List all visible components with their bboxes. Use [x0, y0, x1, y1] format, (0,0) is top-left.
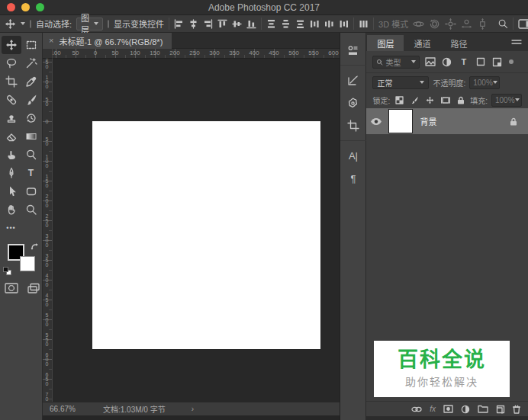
new-group-icon[interactable] [478, 405, 488, 413]
show-transform-checkbox[interactable] [108, 20, 109, 28]
align-left-edges-icon[interactable] [174, 17, 184, 30]
close-window-button[interactable] [7, 3, 15, 11]
shape-tool[interactable] [21, 182, 41, 200]
type-tool[interactable]: T [21, 164, 41, 182]
3d-slide-icon[interactable] [461, 17, 472, 30]
filter-toggle-icon[interactable] [509, 59, 514, 64]
layer-filter-dropdown[interactable]: 类型 [372, 56, 420, 69]
properties-panel-icon[interactable] [340, 69, 366, 91]
styles-panel-icon[interactable] [340, 91, 366, 114]
hand-tool[interactable] [2, 200, 21, 219]
minimize-window-button[interactable] [21, 3, 30, 11]
character-panel-icon[interactable]: A| [340, 144, 366, 167]
magic-wand-tool[interactable] [21, 54, 41, 72]
gradient-tool[interactable] [21, 127, 41, 146]
lock-all-icon[interactable] [455, 95, 466, 106]
paragraph-panel-icon[interactable]: ¶ [340, 167, 366, 190]
panel-menu-icon[interactable] [511, 39, 522, 46]
crop-panel-icon[interactable] [340, 114, 366, 137]
swap-colors-icon[interactable] [30, 242, 39, 251]
smudge-tool[interactable] [2, 146, 21, 164]
distribute-bottom-edges-icon[interactable] [295, 17, 305, 30]
ruler-label: 400 [44, 273, 50, 287]
layer-row-background[interactable]: 背景 [366, 108, 528, 134]
tab-layers[interactable]: 图层 [367, 35, 404, 51]
lock-position-icon[interactable] [424, 95, 436, 106]
filter-adjustment-layers-icon[interactable] [440, 56, 453, 69]
path-selection-tool[interactable] [2, 182, 21, 200]
screen-mode-button[interactable] [27, 283, 40, 293]
document-tab[interactable]: × 未标题-1 @ 66.7%(RGB/8*) [43, 33, 172, 49]
move-tool[interactable] [2, 36, 21, 54]
distribute-top-edges-icon[interactable] [266, 17, 276, 30]
tab-paths[interactable]: 路径 [440, 35, 477, 51]
auto-select-checkbox[interactable] [30, 20, 31, 28]
blend-mode-dropdown[interactable]: 正常 [372, 76, 429, 89]
eyedropper-tool[interactable] [21, 72, 41, 91]
dodge-tool[interactable] [21, 146, 41, 164]
layer-visibility-toggle[interactable] [366, 118, 386, 125]
new-adjustment-layer-icon[interactable] [461, 405, 470, 414]
eraser-tool[interactable] [2, 127, 21, 146]
smudge-icon [5, 149, 18, 161]
canvas-viewport[interactable] [53, 59, 340, 402]
tool-preset-move-icon[interactable] [5, 17, 16, 30]
3d-orbit-icon[interactable] [413, 17, 424, 30]
link-layers-icon[interactable] [411, 406, 422, 412]
align-horizontal-centers-icon[interactable] [188, 17, 198, 30]
background-color-swatch[interactable] [20, 256, 35, 271]
distribute-spacing-icon[interactable] [359, 17, 369, 30]
3d-scale-icon[interactable] [477, 17, 488, 30]
default-colors-icon[interactable] [3, 267, 12, 275]
new-layer-icon[interactable] [496, 405, 505, 414]
brush-tool[interactable] [21, 91, 41, 109]
marquee-tool[interactable] [21, 36, 41, 54]
distribute-right-edges-icon[interactable] [339, 17, 349, 30]
lock-pixels-icon[interactable] [409, 95, 420, 106]
tab-channels[interactable]: 通道 [404, 35, 440, 51]
document-canvas[interactable] [92, 121, 320, 349]
filter-pixel-layers-icon[interactable] [423, 56, 436, 69]
filter-shape-layers-icon[interactable] [474, 56, 487, 69]
align-bottom-edges-icon[interactable] [246, 17, 256, 30]
edit-toolbar-button[interactable]: ••• [2, 219, 21, 237]
clone-stamp-tool[interactable] [2, 109, 21, 127]
tool-preset-caret-icon[interactable] [21, 22, 25, 25]
horizontal-ruler[interactable]: 1005005010015020025030035040045050055060… [53, 49, 340, 59]
filter-smart-objects-icon[interactable] [491, 56, 504, 69]
lock-transparency-icon[interactable] [394, 95, 405, 106]
opacity-field[interactable]: 100% [469, 76, 500, 89]
workspace-switcher-icon[interactable] [518, 17, 528, 30]
search-icon[interactable] [497, 17, 508, 30]
lasso-tool[interactable] [2, 54, 21, 72]
lock-artboard-icon[interactable] [439, 95, 451, 106]
pen-tool[interactable] [2, 164, 21, 182]
layer-style-icon[interactable]: fx [430, 405, 436, 413]
filter-type-layers-icon[interactable]: T [457, 56, 470, 69]
3d-pan-icon[interactable] [445, 17, 456, 30]
align-top-edges-icon[interactable] [217, 17, 227, 30]
close-tab-icon[interactable]: × [49, 37, 53, 45]
status-chevron-icon[interactable]: › [192, 405, 194, 413]
quick-mask-button[interactable] [5, 283, 18, 293]
history-brush-tool[interactable] [21, 109, 41, 127]
fill-field[interactable]: 100% [491, 94, 522, 107]
crop-tool[interactable] [2, 72, 21, 91]
healing-brush-tool[interactable] [2, 91, 21, 109]
zoom-level-field[interactable]: 66.67% [50, 405, 100, 413]
delete-layer-icon[interactable] [513, 405, 520, 414]
ruler-origin-corner[interactable] [43, 49, 53, 59]
distribute-horizontal-centers-icon[interactable] [324, 17, 334, 30]
3d-roll-icon[interactable] [429, 17, 440, 30]
add-mask-icon[interactable] [443, 405, 453, 413]
distribute-vertical-centers-icon[interactable] [281, 17, 291, 30]
distribute-left-edges-icon[interactable] [310, 17, 320, 30]
layer-thumbnail[interactable] [389, 110, 412, 133]
maximize-window-button[interactable] [36, 3, 44, 11]
zoom-tool[interactable] [21, 200, 41, 219]
align-right-edges-icon[interactable] [203, 17, 213, 30]
auto-select-dropdown[interactable]: 图层 [76, 18, 103, 30]
vertical-ruler[interactable]: 1501005005010015020025030035040045050055… [43, 59, 53, 402]
libraries-panel-icon[interactable] [340, 39, 366, 62]
align-vertical-centers-icon[interactable] [232, 17, 242, 30]
